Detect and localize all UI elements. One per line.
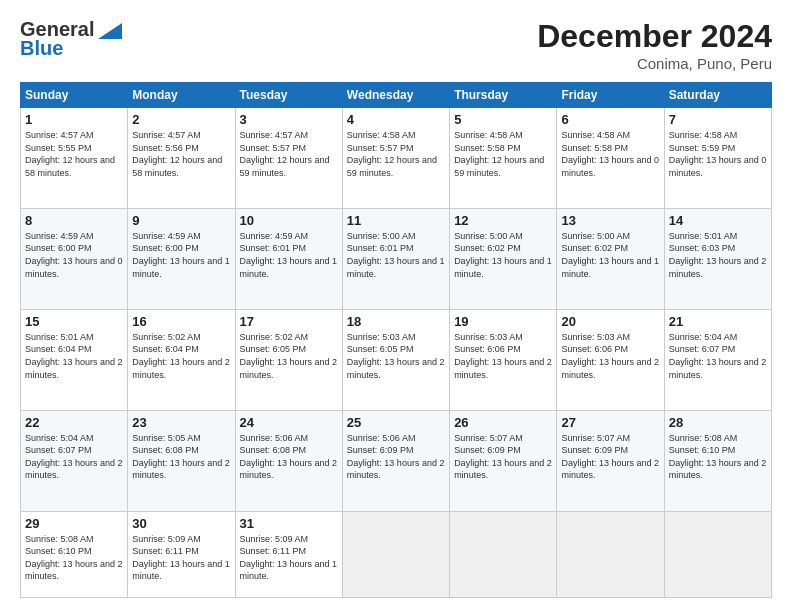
logo: General Blue: [20, 18, 124, 60]
day-number: 10: [240, 213, 338, 228]
day-number: 23: [132, 415, 230, 430]
day-number: 8: [25, 213, 123, 228]
table-row: [342, 511, 449, 597]
header: General Blue December 2024 Conima, Puno,…: [20, 18, 772, 72]
day-number: 16: [132, 314, 230, 329]
table-row: [557, 511, 664, 597]
day-number: 6: [561, 112, 659, 127]
day-number: 21: [669, 314, 767, 329]
subtitle: Conima, Puno, Peru: [537, 55, 772, 72]
day-info: Sunrise: 5:09 AMSunset: 6:11 PMDaylight:…: [240, 534, 338, 582]
day-info: Sunrise: 5:01 AMSunset: 6:03 PMDaylight:…: [669, 231, 767, 279]
day-number: 15: [25, 314, 123, 329]
day-number: 2: [132, 112, 230, 127]
day-info: Sunrise: 5:00 AMSunset: 6:01 PMDaylight:…: [347, 231, 445, 279]
day-info: Sunrise: 4:59 AMSunset: 6:00 PMDaylight:…: [25, 231, 123, 279]
table-row: 9 Sunrise: 4:59 AMSunset: 6:00 PMDayligh…: [128, 208, 235, 309]
day-info: Sunrise: 5:02 AMSunset: 6:05 PMDaylight:…: [240, 332, 338, 380]
day-info: Sunrise: 5:08 AMSunset: 6:10 PMDaylight:…: [669, 433, 767, 481]
col-tuesday: Tuesday: [235, 83, 342, 108]
table-row: 29 Sunrise: 5:08 AMSunset: 6:10 PMDaylig…: [21, 511, 128, 597]
day-number: 12: [454, 213, 552, 228]
page: General Blue December 2024 Conima, Puno,…: [0, 0, 792, 612]
day-number: 9: [132, 213, 230, 228]
day-number: 27: [561, 415, 659, 430]
day-number: 20: [561, 314, 659, 329]
table-row: 17 Sunrise: 5:02 AMSunset: 6:05 PMDaylig…: [235, 309, 342, 410]
day-info: Sunrise: 5:07 AMSunset: 6:09 PMDaylight:…: [454, 433, 552, 481]
col-friday: Friday: [557, 83, 664, 108]
day-info: Sunrise: 4:59 AMSunset: 6:00 PMDaylight:…: [132, 231, 230, 279]
day-number: 30: [132, 516, 230, 531]
day-number: 26: [454, 415, 552, 430]
day-info: Sunrise: 4:57 AMSunset: 5:57 PMDaylight:…: [240, 130, 330, 178]
day-number: 24: [240, 415, 338, 430]
day-info: Sunrise: 4:58 AMSunset: 5:57 PMDaylight:…: [347, 130, 437, 178]
day-number: 1: [25, 112, 123, 127]
day-info: Sunrise: 5:09 AMSunset: 6:11 PMDaylight:…: [132, 534, 230, 582]
table-row: 19 Sunrise: 5:03 AMSunset: 6:06 PMDaylig…: [450, 309, 557, 410]
table-row: 27 Sunrise: 5:07 AMSunset: 6:09 PMDaylig…: [557, 410, 664, 511]
day-info: Sunrise: 5:03 AMSunset: 6:06 PMDaylight:…: [561, 332, 659, 380]
table-row: 5 Sunrise: 4:58 AMSunset: 5:58 PMDayligh…: [450, 108, 557, 209]
table-row: 28 Sunrise: 5:08 AMSunset: 6:10 PMDaylig…: [664, 410, 771, 511]
day-info: Sunrise: 5:00 AMSunset: 6:02 PMDaylight:…: [454, 231, 552, 279]
day-number: 19: [454, 314, 552, 329]
day-info: Sunrise: 4:58 AMSunset: 5:59 PMDaylight:…: [669, 130, 767, 178]
table-row: 4 Sunrise: 4:58 AMSunset: 5:57 PMDayligh…: [342, 108, 449, 209]
table-row: 3 Sunrise: 4:57 AMSunset: 5:57 PMDayligh…: [235, 108, 342, 209]
title-block: December 2024 Conima, Puno, Peru: [537, 18, 772, 72]
day-info: Sunrise: 4:58 AMSunset: 5:58 PMDaylight:…: [454, 130, 544, 178]
day-number: 11: [347, 213, 445, 228]
day-info: Sunrise: 5:04 AMSunset: 6:07 PMDaylight:…: [25, 433, 123, 481]
day-number: 3: [240, 112, 338, 127]
day-info: Sunrise: 5:07 AMSunset: 6:09 PMDaylight:…: [561, 433, 659, 481]
table-row: 1 Sunrise: 4:57 AMSunset: 5:55 PMDayligh…: [21, 108, 128, 209]
table-row: 30 Sunrise: 5:09 AMSunset: 6:11 PMDaylig…: [128, 511, 235, 597]
table-row: 24 Sunrise: 5:06 AMSunset: 6:08 PMDaylig…: [235, 410, 342, 511]
col-monday: Monday: [128, 83, 235, 108]
table-row: 22 Sunrise: 5:04 AMSunset: 6:07 PMDaylig…: [21, 410, 128, 511]
svg-marker-0: [98, 23, 122, 39]
month-title: December 2024: [537, 18, 772, 55]
day-number: 13: [561, 213, 659, 228]
calendar-table: Sunday Monday Tuesday Wednesday Thursday…: [20, 82, 772, 598]
table-row: 7 Sunrise: 4:58 AMSunset: 5:59 PMDayligh…: [664, 108, 771, 209]
table-row: 2 Sunrise: 4:57 AMSunset: 5:56 PMDayligh…: [128, 108, 235, 209]
col-thursday: Thursday: [450, 83, 557, 108]
day-number: 5: [454, 112, 552, 127]
table-row: [664, 511, 771, 597]
table-row: 13 Sunrise: 5:00 AMSunset: 6:02 PMDaylig…: [557, 208, 664, 309]
day-number: 14: [669, 213, 767, 228]
day-info: Sunrise: 5:00 AMSunset: 6:02 PMDaylight:…: [561, 231, 659, 279]
table-row: 25 Sunrise: 5:06 AMSunset: 6:09 PMDaylig…: [342, 410, 449, 511]
table-row: [450, 511, 557, 597]
day-info: Sunrise: 5:02 AMSunset: 6:04 PMDaylight:…: [132, 332, 230, 380]
logo-icon: [94, 19, 124, 41]
table-row: 18 Sunrise: 5:03 AMSunset: 6:05 PMDaylig…: [342, 309, 449, 410]
day-number: 25: [347, 415, 445, 430]
day-number: 28: [669, 415, 767, 430]
day-info: Sunrise: 5:03 AMSunset: 6:06 PMDaylight:…: [454, 332, 552, 380]
table-row: 11 Sunrise: 5:00 AMSunset: 6:01 PMDaylig…: [342, 208, 449, 309]
table-row: 26 Sunrise: 5:07 AMSunset: 6:09 PMDaylig…: [450, 410, 557, 511]
table-row: 20 Sunrise: 5:03 AMSunset: 6:06 PMDaylig…: [557, 309, 664, 410]
header-row: Sunday Monday Tuesday Wednesday Thursday…: [21, 83, 772, 108]
col-wednesday: Wednesday: [342, 83, 449, 108]
day-number: 17: [240, 314, 338, 329]
day-info: Sunrise: 5:08 AMSunset: 6:10 PMDaylight:…: [25, 534, 123, 582]
col-sunday: Sunday: [21, 83, 128, 108]
table-row: 15 Sunrise: 5:01 AMSunset: 6:04 PMDaylig…: [21, 309, 128, 410]
day-number: 22: [25, 415, 123, 430]
table-row: 23 Sunrise: 5:05 AMSunset: 6:08 PMDaylig…: [128, 410, 235, 511]
table-row: 16 Sunrise: 5:02 AMSunset: 6:04 PMDaylig…: [128, 309, 235, 410]
day-number: 7: [669, 112, 767, 127]
day-number: 29: [25, 516, 123, 531]
day-number: 18: [347, 314, 445, 329]
table-row: 10 Sunrise: 4:59 AMSunset: 6:01 PMDaylig…: [235, 208, 342, 309]
logo-blue: Blue: [20, 37, 63, 60]
day-info: Sunrise: 4:58 AMSunset: 5:58 PMDaylight:…: [561, 130, 659, 178]
day-info: Sunrise: 4:59 AMSunset: 6:01 PMDaylight:…: [240, 231, 338, 279]
day-info: Sunrise: 4:57 AMSunset: 5:55 PMDaylight:…: [25, 130, 115, 178]
day-number: 31: [240, 516, 338, 531]
